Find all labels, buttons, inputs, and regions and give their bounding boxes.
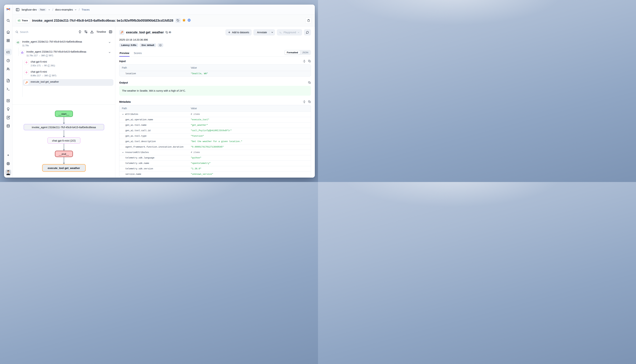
dashboard-icon[interactable] bbox=[5, 37, 12, 44]
graph-edge bbox=[63, 144, 65, 151]
user-avatar[interactable] bbox=[6, 170, 11, 175]
trace-title-icons bbox=[175, 18, 191, 23]
graph-node-end[interactable]: __end__ bbox=[55, 151, 73, 157]
copy-icon[interactable] bbox=[308, 60, 311, 62]
chevron-down-icon[interactable] bbox=[108, 41, 111, 44]
metadata-value: "get_weather" bbox=[188, 122, 311, 128]
trace-type-label: Trace bbox=[22, 19, 28, 22]
annotation-icon[interactable] bbox=[5, 114, 12, 121]
format-json[interactable]: JSON bbox=[300, 50, 310, 54]
table-row: location"Seattle, WA" bbox=[119, 71, 311, 76]
playground-icon[interactable] bbox=[5, 86, 12, 92]
support-icon[interactable] bbox=[5, 160, 12, 167]
listtree-icon bbox=[16, 40, 21, 45]
tab-scores[interactable]: Scores bbox=[133, 51, 142, 56]
copy-icon[interactable] bbox=[308, 81, 311, 84]
metadata-value: "0.000017417012713849545" bbox=[188, 144, 311, 150]
copy-icon[interactable] bbox=[308, 100, 311, 103]
info-badge[interactable] bbox=[158, 43, 163, 47]
comments-button[interactable] bbox=[304, 29, 311, 36]
table-row: gen_ai.tool.name"get_weather" bbox=[119, 122, 311, 128]
detail-header: execute_tool get_weather ID Add to datas… bbox=[119, 29, 311, 36]
tree-item-chat[interactable]: chat gpt-5-mini2.92s 171 → 90 (∑ 261) bbox=[23, 59, 113, 68]
langfuse-logo[interactable] bbox=[6, 7, 11, 11]
copy-id[interactable]: ID bbox=[165, 31, 171, 34]
table-row: gen_ai.tool.call.id"call_PsylzxTpQh4i00I… bbox=[119, 128, 311, 134]
tree-item-metrics: 2.92s 171 → 90 (∑ 261) bbox=[31, 64, 55, 67]
prompts-icon[interactable] bbox=[5, 77, 12, 84]
metadata-table: Path Value attributes6 itemsgen_ai.opera… bbox=[119, 105, 311, 177]
fold-vertical-icon[interactable] bbox=[78, 30, 82, 34]
detail-scroll-area[interactable]: Input Path Value location"Seattle, WA" bbox=[119, 56, 311, 178]
tree-search-input[interactable] bbox=[20, 30, 76, 34]
trace-type-badge: Trace bbox=[16, 18, 30, 23]
table-row[interactable]: attributes6 items bbox=[119, 112, 311, 117]
metadata-path: resourceAttributes bbox=[119, 150, 188, 155]
output-value: The weather in Seattle, WA is sunny with… bbox=[119, 86, 311, 96]
tree-item-execute_tool[interactable]: execute_tool get_weather bbox=[23, 79, 113, 86]
sessions-icon[interactable] bbox=[5, 57, 12, 64]
tag-icon[interactable] bbox=[175, 18, 181, 23]
home-icon[interactable] bbox=[5, 29, 12, 35]
wrench-icon bbox=[24, 80, 29, 85]
tab-preview[interactable]: Preview bbox=[119, 51, 130, 56]
input-col-value: Value bbox=[188, 64, 311, 71]
tree-toolbar: Timeline bbox=[13, 26, 115, 37]
settings-icon[interactable] bbox=[5, 152, 12, 158]
graph-edge bbox=[63, 157, 65, 164]
tree-item-chat[interactable]: chat gpt-5-mini8.86s 217 → 380 (∑ 597) bbox=[23, 69, 113, 78]
view-settings-icon[interactable] bbox=[84, 30, 88, 34]
graph-node-start[interactable]: __start__ bbox=[55, 110, 73, 117]
evaluation-icon[interactable] bbox=[5, 97, 12, 104]
table-row: gen_ai.tool.type"function" bbox=[119, 134, 311, 139]
graph-node-agent[interactable]: invoke_agent 232de211-7fcf-45c8-b415-6af… bbox=[24, 124, 104, 130]
latency-badge: Latency: 0.00s bbox=[119, 43, 138, 47]
insights-icon[interactable] bbox=[5, 106, 12, 112]
input-value: "Seattle, WA" bbox=[188, 71, 311, 76]
users-icon[interactable] bbox=[5, 66, 12, 72]
graph-node-chat[interactable]: chat gpt-5-mini (2/2) bbox=[47, 137, 80, 144]
panel-collapse-icon[interactable] bbox=[109, 30, 112, 34]
breadcrumb-section[interactable]: Traces bbox=[82, 8, 89, 11]
observation-title: execute_tool get_weather bbox=[126, 30, 164, 34]
graph-node-tool[interactable]: execute_tool get_weather bbox=[42, 164, 86, 172]
chevron-down-icon[interactable] bbox=[108, 51, 111, 54]
tree-item-invoke_agent[interactable]: invoke_agent 232de211-7fcf-45c8-b415-6af… bbox=[19, 49, 113, 58]
chevron-down-icon[interactable] bbox=[48, 8, 50, 11]
download-icon[interactable] bbox=[90, 30, 94, 34]
add-to-datasets-button[interactable]: Add to datasets bbox=[225, 29, 252, 36]
annotate-menu-chevron[interactable] bbox=[269, 29, 275, 36]
chevron-down-icon[interactable] bbox=[75, 8, 77, 11]
group-toggle[interactable]: attributes bbox=[122, 113, 186, 116]
icon-rail bbox=[4, 4, 13, 178]
public-globe-icon[interactable] bbox=[187, 18, 191, 23]
tree-item-invoke_agent[interactable]: invoke_agent 232de211-7fcf-45c8-b415-6af… bbox=[14, 39, 113, 48]
bookmark-star-icon[interactable] bbox=[182, 18, 186, 23]
input-table: Path Value location"Seattle, WA" bbox=[119, 64, 311, 76]
traces-icon[interactable] bbox=[5, 49, 12, 56]
metadata-col-path: Path bbox=[119, 105, 188, 112]
metadata-value: "Get the weather for a given location." bbox=[188, 139, 311, 144]
annotate-button[interactable]: Annotate bbox=[253, 29, 269, 36]
search-icon[interactable] bbox=[5, 17, 12, 24]
metadata-path: telemetry.sdk.language bbox=[119, 155, 188, 161]
graph-edge bbox=[63, 130, 65, 137]
sparkle-icon bbox=[24, 60, 29, 65]
datasets-icon[interactable] bbox=[5, 122, 12, 129]
timeline-toggle[interactable]: Timeline bbox=[97, 30, 106, 33]
playground-button[interactable]: Playground bbox=[277, 29, 302, 36]
table-row[interactable]: resourceAttributes4 items bbox=[119, 150, 311, 155]
delete-trace-button[interactable] bbox=[305, 18, 312, 24]
observation-badges: Latency: 0.00s Env: default bbox=[119, 43, 311, 47]
format-formatted[interactable]: Formatted bbox=[285, 50, 300, 54]
table-row: gen_ai.operation.name"execute_tool" bbox=[119, 117, 311, 122]
unfold-vertical-icon[interactable] bbox=[303, 60, 306, 62]
unfold-vertical-icon[interactable] bbox=[303, 100, 306, 103]
tree-item-label: invoke_agent 232de211-7fcf-45c8-b415-6af… bbox=[22, 40, 82, 43]
content-panels: Timeline invoke_agent 232de211-7fcf-45c8… bbox=[13, 26, 315, 178]
sidebar-toggle-icon[interactable] bbox=[16, 8, 20, 12]
plus-icon bbox=[228, 31, 231, 34]
breadcrumb-project[interactable]: docs-examples bbox=[55, 8, 73, 11]
group-toggle[interactable]: resourceAttributes bbox=[122, 151, 186, 154]
breadcrumb-org[interactable]: langfuse-dev bbox=[22, 8, 37, 11]
